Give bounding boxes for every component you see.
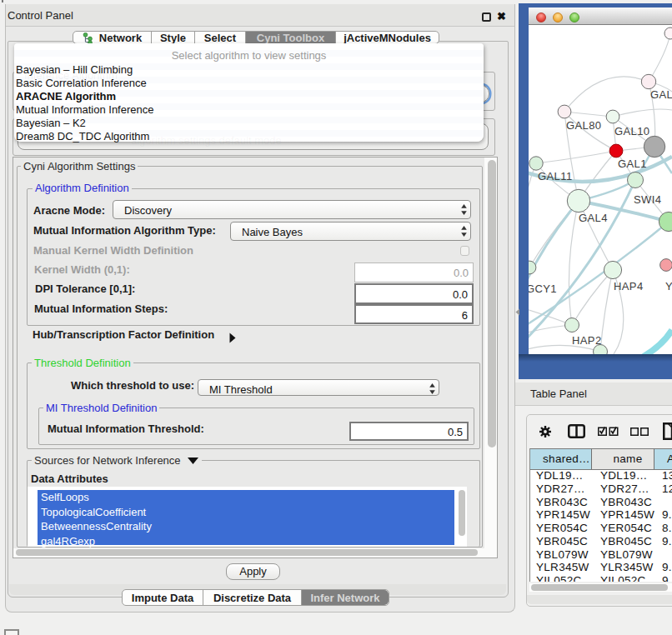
svg-text:GAL11: GAL11 xyxy=(538,170,573,182)
svg-text:GAL7: GAL7 xyxy=(650,88,672,101)
svg-text:GAL4: GAL4 xyxy=(579,212,608,224)
svg-text:GAL80: GAL80 xyxy=(566,119,601,132)
svg-text:GAL10: GAL10 xyxy=(614,125,649,138)
svg-text:Y: Y xyxy=(665,280,672,292)
svg-text:GCY1: GCY1 xyxy=(529,282,557,295)
svg-text:SWI4: SWI4 xyxy=(634,193,661,206)
svg-text:HAP2: HAP2 xyxy=(572,334,602,347)
svg-text:GAL1: GAL1 xyxy=(618,158,647,170)
svg-text:HAP4: HAP4 xyxy=(614,280,644,292)
